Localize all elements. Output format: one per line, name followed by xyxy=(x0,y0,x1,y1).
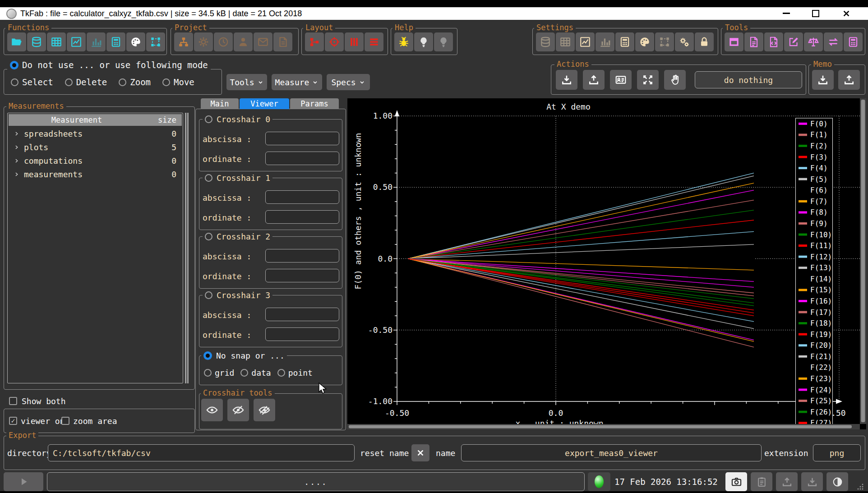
calculator-button[interactable] xyxy=(844,32,863,51)
snap-option-grid[interactable]: grid xyxy=(204,368,234,378)
zoom-area-box[interactable] xyxy=(61,417,69,425)
zoom-area-checkbox[interactable]: zoom area xyxy=(61,416,117,426)
chart-hscrollbar-thumb[interactable] xyxy=(349,425,852,428)
maximize-button[interactable] xyxy=(812,10,819,17)
lock-button[interactable] xyxy=(695,32,714,51)
tree-header[interactable]: Measurement size xyxy=(9,114,182,126)
crosshair-1-radio[interactable]: Crosshair 1 xyxy=(203,172,272,183)
branch-button[interactable] xyxy=(305,32,324,51)
crosshair-1-radio-circle[interactable] xyxy=(205,174,212,182)
reset-name-button[interactable] xyxy=(411,444,429,461)
document-button[interactable] xyxy=(744,32,763,51)
bar-chart-button[interactable] xyxy=(596,32,614,51)
columns-button[interactable] xyxy=(345,32,364,51)
mode-option-delete[interactable]: Delete xyxy=(65,77,107,87)
directory-entry[interactable]: C:/tclsoft/tkfab/csv xyxy=(48,444,355,461)
crosshair-2-radio[interactable]: Crosshair 2 xyxy=(203,231,272,242)
mode-option-move[interactable]: Move xyxy=(162,77,194,87)
expand-button[interactable] xyxy=(637,70,659,90)
resize-grip[interactable] xyxy=(856,483,864,491)
database-button[interactable] xyxy=(536,32,555,51)
upload-button[interactable] xyxy=(838,70,860,90)
note-button[interactable] xyxy=(273,32,292,51)
do-nothing-entry[interactable]: do nothing xyxy=(695,71,802,88)
minimize-button[interactable] xyxy=(783,13,790,14)
tree-row-spreadsheets[interactable]: spreadsheets 0 xyxy=(9,127,182,140)
download-button[interactable] xyxy=(801,472,823,491)
tree-row-measurements[interactable]: measurements 0 xyxy=(9,167,182,181)
crosshair-0-radio-circle[interactable] xyxy=(205,115,212,123)
table-button[interactable] xyxy=(47,32,66,51)
folder-open-button[interactable] xyxy=(7,32,26,51)
chart-vscrollbar-thumb[interactable] xyxy=(861,100,865,422)
eye-slash-button[interactable] xyxy=(227,399,249,421)
hand-button[interactable] xyxy=(664,70,686,90)
palette-button[interactable] xyxy=(635,32,654,51)
palette-button[interactable] xyxy=(126,32,145,51)
upload-button[interactable] xyxy=(583,70,605,90)
mail-button[interactable] xyxy=(254,32,272,51)
snap-option-data-circle[interactable] xyxy=(240,369,248,377)
tools-dropdown[interactable]: Tools xyxy=(226,74,267,90)
mode-option-select-circle[interactable] xyxy=(11,78,18,86)
extension-entry[interactable]: png xyxy=(813,444,861,461)
status-entry[interactable]: .... xyxy=(47,472,585,491)
mode-option-zoom[interactable]: Zoom xyxy=(119,77,151,87)
close-button[interactable] xyxy=(842,9,851,18)
specs-dropdown[interactable]: Specs xyxy=(327,74,370,90)
snap-option-grid-circle[interactable] xyxy=(204,369,212,377)
snap-option-data[interactable]: data xyxy=(240,368,271,378)
crosshair-0-radio[interactable]: Crosshair 0 xyxy=(203,114,272,124)
database-button[interactable] xyxy=(27,32,46,51)
measure-dropdown[interactable]: Measure xyxy=(272,74,322,90)
download-button[interactable] xyxy=(556,70,577,90)
bulb-button[interactable] xyxy=(414,32,433,51)
show-both-checkbox[interactable]: Show both xyxy=(9,395,66,407)
scales-button[interactable] xyxy=(804,32,823,51)
tree-row-computations[interactable]: computations 0 xyxy=(9,154,182,167)
crosshair-2-radio-circle[interactable] xyxy=(205,233,212,240)
snap-option-point-circle[interactable] xyxy=(277,369,285,377)
measurements-scrollbar[interactable] xyxy=(184,113,189,383)
crosshair-2-abscissa-entry[interactable] xyxy=(265,249,339,263)
mode-primary-radio[interactable]: Do not use ... or use following mode xyxy=(7,59,211,71)
gears-button[interactable] xyxy=(675,32,694,51)
crosshair-3-radio[interactable]: Crosshair 3 xyxy=(203,290,272,300)
gear-button[interactable] xyxy=(194,32,213,51)
mode-option-zoom-circle[interactable] xyxy=(119,78,126,86)
crosshair-1-ordinate-entry[interactable] xyxy=(265,210,339,224)
clipboard-button[interactable] xyxy=(751,472,772,491)
crosshair-3-ordinate-entry[interactable] xyxy=(265,327,339,341)
mode-option-delete-circle[interactable] xyxy=(65,78,73,86)
tab-main[interactable]: Main xyxy=(201,98,239,109)
camera-button[interactable] xyxy=(725,472,747,491)
window-button[interactable] xyxy=(725,32,743,51)
name-entry[interactable]: export_meas0_viewer xyxy=(461,444,762,461)
tree-button[interactable] xyxy=(174,32,193,51)
code-file-button[interactable] xyxy=(764,32,783,51)
target-button[interactable] xyxy=(325,32,344,51)
calculator-button[interactable] xyxy=(106,32,125,51)
eye-slash-all-button[interactable] xyxy=(254,399,275,421)
tab-viewer[interactable]: Viewer xyxy=(240,98,289,109)
swap-button[interactable] xyxy=(824,32,843,51)
mode-option-select[interactable]: Select xyxy=(11,77,53,87)
contrast-button[interactable] xyxy=(826,472,848,491)
crosshair-0-ordinate-entry[interactable] xyxy=(265,152,339,165)
mode-option-move-circle[interactable] xyxy=(162,78,170,86)
upload-button[interactable] xyxy=(776,472,798,491)
bulb-button[interactable] xyxy=(434,32,453,51)
crosshair-3-radio-circle[interactable] xyxy=(205,291,212,299)
calculator-button[interactable] xyxy=(615,32,634,51)
line-chart-button[interactable] xyxy=(576,32,595,51)
line-chart-button[interactable] xyxy=(67,32,86,51)
region-select-button[interactable] xyxy=(146,32,165,51)
person-button[interactable] xyxy=(234,32,253,51)
clock-button[interactable] xyxy=(214,32,233,51)
download-button[interactable] xyxy=(812,70,834,90)
snap-none-radio-circle[interactable] xyxy=(203,351,212,360)
tab-params[interactable]: Params xyxy=(290,98,339,109)
mode-primary-radio-circle[interactable] xyxy=(10,61,18,69)
edit-button[interactable] xyxy=(784,32,803,51)
tree-row-plots[interactable]: plots 5 xyxy=(9,140,182,154)
